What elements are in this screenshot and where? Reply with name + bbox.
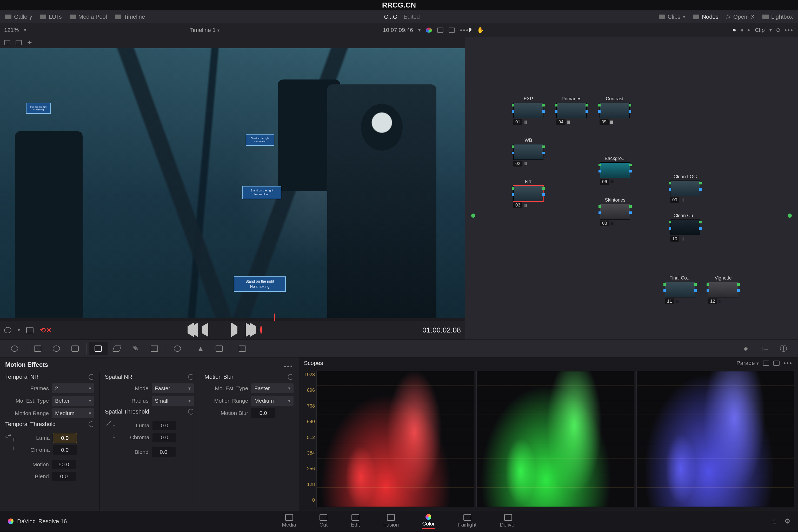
reset-temporal-threshold-icon[interactable] (89, 421, 94, 427)
node-clean-cu-[interactable]: Clean Cu...10 (670, 213, 700, 242)
key-tool-button[interactable]: ✎ (126, 342, 145, 355)
node-final-co-[interactable]: Final Co...11 (665, 276, 695, 304)
node-port-out[interactable] (737, 283, 740, 286)
graph-output-node[interactable] (787, 213, 792, 218)
mb-range-select[interactable]: Medium▾ (251, 396, 293, 406)
node-port-key-out[interactable] (699, 227, 702, 230)
project-settings-button[interactable]: ⚙ (784, 517, 790, 525)
node-port-in[interactable] (555, 104, 557, 107)
node-port-key-in[interactable] (706, 289, 709, 292)
node-port-key-out[interactable] (629, 211, 632, 214)
viewer-mode-b-icon[interactable] (16, 40, 22, 45)
pointer-tool-icon[interactable] (469, 27, 472, 33)
node-port-key-in[interactable] (598, 211, 601, 214)
info-button[interactable]: ⓘ (774, 342, 793, 355)
keyframe-dot-icon[interactable] (733, 29, 736, 32)
node-tool-button[interactable] (210, 342, 229, 355)
node-port-key-out[interactable] (629, 110, 631, 113)
spatial-chroma-value-input[interactable]: 0.0 (152, 433, 176, 442)
motion-value-input[interactable]: 50.0 (52, 460, 76, 469)
reset-spatial-nr-icon[interactable] (188, 374, 194, 380)
node-port-in[interactable] (669, 221, 671, 223)
motion-range-select[interactable]: Medium▾ (52, 408, 94, 418)
scopes-mode-select[interactable]: Parade ▾ (737, 360, 759, 366)
qualifier-tool-button[interactable] (28, 342, 47, 355)
node-port-out[interactable] (629, 205, 632, 208)
graph-source-node[interactable] (471, 213, 475, 218)
page-tab-color[interactable]: Color (422, 514, 435, 529)
node-nr[interactable]: NR03 (513, 179, 544, 208)
toolbar-clips-button[interactable]: Clips ▾ (659, 14, 685, 20)
link-luma-chroma-icon[interactable]: ⍻ (105, 418, 111, 429)
node-port-in[interactable] (512, 104, 514, 107)
split-screen-icon[interactable] (437, 27, 443, 33)
highlight-icon[interactable] (449, 27, 455, 33)
reset-spatial-threshold-icon[interactable] (188, 409, 194, 415)
bypass-grade-icon[interactable]: ⟲✕ (40, 326, 52, 335)
node-panel-mode[interactable]: Clip (755, 27, 765, 34)
frames-select[interactable]: 2▾ (52, 383, 94, 393)
node-port-out[interactable] (543, 104, 545, 107)
page-tab-cut[interactable]: Cut (320, 514, 327, 529)
chroma-value-input[interactable]: 0.0 (53, 445, 77, 455)
step-forward-button[interactable] (246, 326, 253, 334)
source-timecode[interactable]: 10:07:09:46 (383, 27, 413, 34)
mask-tool-button[interactable]: ▲ (191, 342, 210, 355)
curves-tool-button[interactable] (5, 342, 24, 355)
go-first-button[interactable] (188, 326, 195, 334)
page-tab-fairlight[interactable]: Fairlight (458, 514, 476, 529)
node-port-in[interactable] (663, 283, 666, 286)
toolbar-timeline-button[interactable]: Timeline (115, 14, 145, 20)
mb-blur-value-input[interactable]: 0.0 (251, 408, 275, 418)
viewer-options-icon[interactable]: ••• (460, 27, 469, 34)
blend-value-input[interactable]: 0.0 (52, 472, 76, 481)
loop-button[interactable] (260, 326, 268, 334)
node-graph-panel[interactable]: EXP01Primaries04Contrast05WB02NR03Backgr… (465, 37, 798, 340)
toolbar-gallery-button[interactable]: Gallery (5, 14, 32, 20)
parade-blue-channel[interactable] (636, 371, 794, 507)
waveform-toggle-button[interactable]: ⫞⫠ (755, 342, 774, 355)
node-port-key-in[interactable] (598, 170, 601, 172)
node-options-icon[interactable]: ••• (785, 27, 794, 34)
blur-tool-button[interactable] (108, 342, 126, 355)
node-port-out[interactable] (586, 104, 588, 107)
node-port-out[interactable] (629, 104, 631, 107)
image-wipe-icon[interactable] (426, 27, 432, 33)
radius-select[interactable]: Small▾ (152, 396, 194, 406)
node-vignette[interactable]: Vignette12 (708, 276, 738, 304)
node-port-key-out[interactable] (737, 289, 740, 292)
unmix-icon[interactable] (4, 327, 12, 333)
node-port-key-in[interactable] (512, 152, 514, 154)
node-contrast[interactable]: Contrast05 (600, 96, 630, 125)
node-port-key-in[interactable] (663, 289, 666, 292)
node-port-key-in[interactable] (669, 188, 671, 191)
node-port-key-out[interactable] (586, 110, 588, 113)
mb-mo-est-select[interactable]: Faster▾ (251, 383, 293, 393)
toolbar-luts-button[interactable]: LUTs (40, 14, 62, 20)
step-back-button[interactable] (202, 326, 210, 334)
play-button[interactable] (231, 326, 239, 334)
node-port-key-in[interactable] (512, 193, 514, 196)
chevron-down-icon[interactable]: ▾ (770, 27, 772, 33)
spatial-luma-value-input[interactable]: 0.0 (152, 421, 176, 430)
page-tab-media[interactable]: Media (282, 514, 296, 529)
node-port-in[interactable] (512, 146, 514, 148)
node-port-in[interactable] (598, 104, 601, 107)
node-clean-log[interactable]: Clean LOG09 (670, 174, 700, 203)
mo-est-type-select[interactable]: Better▾ (52, 396, 94, 406)
node-port-in[interactable] (598, 164, 601, 166)
node-port-out[interactable] (699, 182, 702, 185)
node-port-key-out[interactable] (543, 110, 545, 113)
link-luma-chroma-icon[interactable]: ⍻ (5, 431, 12, 441)
reset-temporal-nr-icon[interactable] (89, 374, 94, 380)
node-port-key-out[interactable] (699, 188, 702, 191)
page-tab-fusion[interactable]: Fusion (383, 514, 399, 529)
node-primaries[interactable]: Primaries04 (556, 96, 587, 125)
node-port-key-out[interactable] (543, 193, 545, 196)
node-port-key-out[interactable] (543, 152, 545, 154)
sizing-tool-button[interactable] (145, 342, 164, 355)
magic-wand-icon[interactable]: ✦ (27, 39, 32, 46)
keyframes-toggle-button[interactable]: ◈ (737, 342, 755, 355)
toolbar-lightbox-button[interactable]: Lightbox (762, 14, 793, 20)
pan-tool-icon[interactable]: ✋ (477, 27, 484, 34)
